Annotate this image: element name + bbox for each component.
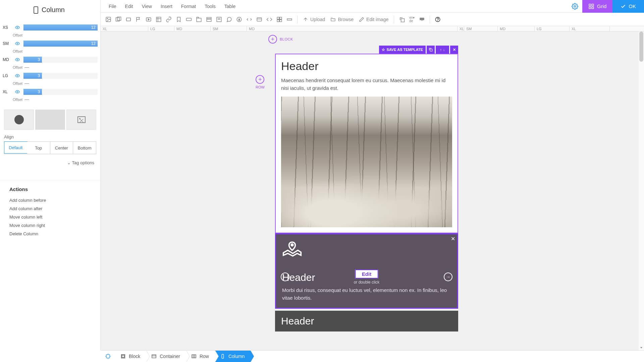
edit-image-button[interactable]: Edit image (357, 17, 390, 22)
align-bottom[interactable]: Bottom (73, 142, 96, 154)
visibility-icon[interactable] (14, 41, 21, 46)
bp-label: XL (3, 89, 11, 94)
code-tool-icon[interactable] (245, 15, 254, 24)
bp-label: XS (3, 25, 11, 30)
visibility-icon[interactable] (14, 25, 21, 30)
breadcrumb-column[interactable]: Column (215, 351, 251, 362)
flag-tool-icon[interactable] (134, 15, 143, 24)
bp-slider[interactable]: 12 (23, 24, 98, 31)
upload-button[interactable]: Upload (301, 17, 327, 22)
language-tool-icon[interactable]: en▾de (408, 15, 416, 24)
sidebar-header: Column (0, 0, 100, 20)
gear-icon (572, 3, 578, 10)
svg-rect-35 (277, 19, 279, 21)
breadcrumb-row[interactable]: Row (186, 351, 215, 362)
menu-view[interactable]: View (138, 1, 156, 12)
add-row-button[interactable]: + (256, 75, 264, 84)
link-tool-icon[interactable] (164, 15, 173, 24)
menu-insert[interactable]: Insert (157, 1, 176, 12)
menu-tools[interactable]: Tools (201, 1, 220, 12)
canvas[interactable]: + BLOCK + ROW ☆SAVE AS TEMPLATE ↑↓ ✕ Hea… (101, 32, 644, 350)
svg-rect-7 (592, 4, 593, 6)
card1-text: Maecenas hendrerit consequat lorem eu cu… (281, 77, 452, 92)
selection-toolbar: ☆SAVE AS TEMPLATE ↑↓ ✕ (275, 46, 458, 54)
visibility-icon[interactable] (14, 73, 21, 78)
content-card-2[interactable]: ✕ ← → Edit or double click Header Morbi … (275, 233, 458, 309)
toolbar-separator (430, 15, 430, 23)
breadcrumb-block[interactable]: Block (115, 351, 146, 362)
counter-tool-icon[interactable]: 2 (235, 15, 244, 24)
vertical-scrollbar[interactable] (639, 32, 644, 350)
card2-close-button[interactable]: ✕ (451, 236, 455, 242)
duplicate-button[interactable] (427, 46, 435, 54)
embed-tool-icon[interactable] (265, 15, 274, 24)
tile-gradient[interactable] (35, 110, 65, 130)
next-button[interactable]: → (444, 273, 452, 281)
image-tool-icon[interactable] (104, 15, 113, 24)
accordion-tool-icon[interactable] (205, 15, 213, 24)
card1-image (281, 97, 452, 227)
save-template-button[interactable]: ☆SAVE AS TEMPLATE (379, 46, 426, 54)
bp-slider[interactable]: 12 (23, 41, 98, 47)
edit-button[interactable]: Edit (355, 269, 378, 279)
menu-edit[interactable]: Edit (121, 1, 137, 12)
sidebar: Column XS 12OffsetSM 12OffsetMD 3Offset … (0, 0, 101, 350)
ok-button[interactable]: OK (612, 0, 644, 13)
bp-slider[interactable]: 3 (23, 89, 98, 95)
ruler-seg: LG (535, 26, 570, 31)
delete-button[interactable]: ✕ (450, 46, 458, 54)
tile-image[interactable] (66, 110, 96, 130)
action-move-column-left[interactable]: Move column left (9, 213, 91, 221)
style-tiles (0, 106, 100, 133)
tile-solid[interactable] (4, 110, 34, 130)
button-tool-icon[interactable] (184, 15, 193, 24)
table-tool-icon[interactable] (154, 15, 163, 24)
menu-format[interactable]: Format (177, 1, 200, 12)
upload-icon (303, 17, 308, 22)
tabs-tool-icon[interactable] (195, 15, 203, 24)
grid-tool-icon[interactable] (275, 15, 284, 24)
svg-rect-34 (280, 17, 282, 19)
tooltip-tool-icon[interactable] (418, 15, 426, 24)
align-center[interactable]: Center (50, 142, 73, 154)
comment-tool-icon[interactable] (225, 15, 233, 24)
prev-button[interactable]: ← (281, 273, 289, 281)
svg-rect-25 (207, 19, 211, 21)
spacer-tool-icon[interactable] (285, 15, 294, 24)
content-card-1[interactable]: Header Maecenas hendrerit consequat lore… (275, 54, 458, 233)
slider-tool-icon[interactable] (124, 15, 133, 24)
align-top[interactable]: Top (27, 142, 50, 154)
help-tool-icon[interactable] (433, 15, 442, 24)
move-buttons[interactable]: ↑↓ (436, 46, 449, 54)
menu-file[interactable]: File (105, 1, 120, 12)
bp-slider[interactable]: 3 (23, 57, 98, 63)
card-tool-icon[interactable] (255, 15, 264, 24)
video-tool-icon[interactable] (144, 15, 153, 24)
tag-options-toggle[interactable]: ⌄ Tag options (0, 156, 100, 170)
bookmark-tool-icon[interactable] (174, 15, 183, 24)
grid-button[interactable]: Grid (582, 0, 612, 13)
settings-button[interactable] (568, 0, 582, 13)
action-add-column-after[interactable]: Add column after (9, 204, 91, 213)
breadcrumb-container[interactable]: Container (146, 351, 186, 362)
add-block-button[interactable]: + (268, 35, 277, 44)
svg-point-4 (17, 91, 18, 93)
action-move-column-right[interactable]: Move column right (9, 221, 91, 230)
card3-header: Header (281, 315, 452, 327)
scroll-thumb[interactable] (639, 32, 643, 62)
breadcrumb-root[interactable] (101, 351, 115, 362)
align-default[interactable]: Default (4, 141, 28, 154)
copy-tool-icon[interactable] (397, 15, 406, 24)
visibility-icon[interactable] (14, 57, 21, 62)
menu-table[interactable]: Table (220, 1, 239, 12)
bp-slider[interactable]: 3 (23, 73, 98, 79)
visibility-icon[interactable] (14, 89, 21, 94)
gallery-tool-icon[interactable] (114, 15, 123, 24)
action-add-column-before[interactable]: Add column before (9, 196, 91, 204)
scroll-down-icon[interactable] (640, 346, 643, 349)
content-card-3[interactable]: Header (275, 311, 458, 331)
action-delete-column[interactable]: Delete Column (9, 230, 91, 238)
form-tool-icon[interactable] (215, 15, 223, 24)
browse-button[interactable]: Browse (328, 17, 356, 22)
sidebar-title: Column (42, 6, 65, 14)
